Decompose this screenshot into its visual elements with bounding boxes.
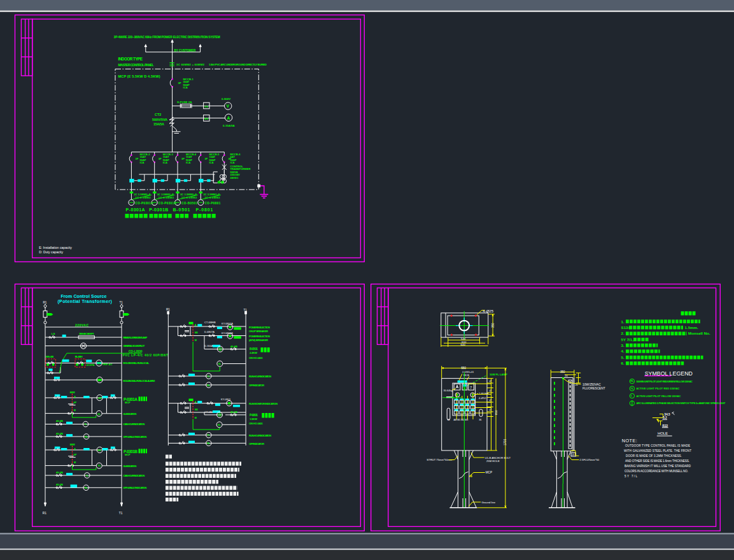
- svg-text:T1: T1: [120, 301, 124, 304]
- svg-text:SE: SE: [195, 409, 199, 411]
- svg-text:5.: 5.: [621, 355, 625, 360]
- svg-text:MCP: MCP: [486, 471, 492, 474]
- svg-text:M: M: [74, 461, 76, 464]
- svg-text:R22: R22: [663, 424, 668, 428]
- svg-text:0-500V: 0-500V: [222, 97, 230, 101]
- svg-text:1.: 1.: [621, 319, 625, 324]
- svg-text:ICA: ICA: [186, 161, 190, 164]
- svg-text:T1: T1: [244, 309, 248, 312]
- svg-text:3P-4WIRE 220~380VAC 60Hz FROM: 3P-4WIRE 220~380VAC 60Hz FROM POWER ELEC…: [114, 36, 220, 39]
- svg-text:A: A: [74, 396, 76, 398]
- svg-text:Monsell No.: Monsell No.: [688, 331, 710, 335]
- svg-text:MS-6B: MS-6B: [46, 355, 53, 358]
- svg-text:OUTDOOR TYPE CONTROL PANEL: OUTDOOR TYPE CONTROL PANEL IS MADE: [625, 444, 690, 447]
- svg-text:LS: LS: [52, 332, 55, 335]
- svg-text:350: 350: [560, 370, 565, 374]
- svg-text:10W FL LAMP: 10W FL LAMP: [490, 373, 507, 376]
- svg-text:V: V: [227, 104, 230, 108]
- svg-text:25: 25: [572, 454, 574, 456]
- svg-text:2.2KW: 2.2KW: [250, 351, 258, 354]
- svg-text:RUN-HOUR INDICATION: RUN-HOUR INDICATION: [249, 434, 271, 437]
- svg-text:B-0501: B-0501: [173, 207, 190, 212]
- svg-text:75: 75: [490, 380, 492, 382]
- svg-text:5Y 7/1,: 5Y 7/1,: [621, 337, 634, 342]
- svg-text:24VDC: 24VDC: [230, 176, 239, 179]
- svg-text:D: Duty capacity: D: Duty capacity: [39, 250, 63, 254]
- svg-text:1.9kV PVC ARC UNDERGROUND DIRE: 1.9kV PVC ARC UNDERGROUND DIRECTLY BURIE…: [209, 63, 267, 66]
- svg-text:A: A: [195, 324, 197, 326]
- svg-text:ICA: ICA: [140, 161, 145, 164]
- svg-text:COLORS IN ACCORDANCE WITH MUNS: COLORS IN ACCORDANCE WITH MUNSELL NO.: [625, 470, 688, 473]
- svg-text:RUN MONITOR INDICATION: RUN MONITOR INDICATION: [249, 402, 278, 405]
- svg-text:From Control Source: From Control Source: [60, 294, 106, 298]
- svg-text:CT-6MHB: CT-6MHB: [204, 321, 216, 324]
- svg-text:CO-P0801: CO-P0801: [204, 202, 220, 205]
- svg-text:CO-P0301A: CO-P0301A: [136, 202, 154, 205]
- svg-text:YL: YL: [207, 375, 210, 378]
- svg-text:ON 2P BREAKER: ON 2P BREAKER: [249, 330, 269, 333]
- svg-text:MCP: MCP: [125, 453, 131, 456]
- svg-text:D-6807A: D-6807A: [204, 330, 215, 333]
- svg-text:A: A: [227, 116, 230, 120]
- svg-text:0-15A/5A: 0-15A/5A: [223, 124, 236, 127]
- svg-text:P-0801: P-0801: [196, 207, 213, 212]
- svg-text:YL: YL: [631, 388, 633, 390]
- svg-text:CAB-HOUR INDICATION: CAB-HOUR INDICATION: [123, 423, 145, 426]
- svg-text:R1: R1: [43, 512, 46, 515]
- svg-text:RL: RL: [85, 487, 88, 489]
- svg-text:M: M: [195, 417, 197, 419]
- svg-text:ICA: ICA: [209, 161, 213, 164]
- svg-text:49-6B: 49-6B: [56, 432, 63, 435]
- svg-text:6P: 6P: [74, 402, 77, 404]
- svg-text:25M HOLE: 25M HOLE: [486, 459, 500, 463]
- svg-text:49-6B: 49-6B: [56, 419, 63, 423]
- svg-text:E: Installation capacity: E: Installation capacity: [39, 246, 72, 249]
- svg-text:OFF INDICATOR: OFF INDICATOR: [249, 442, 265, 445]
- svg-text:49-6B: 49-6B: [230, 345, 237, 348]
- svg-text:20: 20: [565, 374, 568, 377]
- svg-text:R1: R1: [43, 301, 47, 304]
- svg-text:5Y 7/L: 5Y 7/L: [625, 475, 637, 478]
- svg-text:49-6B: 49-6B: [56, 483, 63, 486]
- svg-text:3C 60MM2 + 60MM2: 3C 60MM2 + 60MM2: [176, 63, 205, 66]
- svg-text:4.: 4.: [621, 349, 625, 353]
- svg-text:RL: RL: [207, 384, 211, 387]
- svg-text:STRUT 75mm*50mm: STRUT 75mm*50mm: [427, 458, 452, 461]
- svg-text:OFF & FAULT INDICATION: OFF & FAULT INDICATION: [123, 435, 146, 438]
- svg-text:AS: AS: [204, 117, 208, 120]
- svg-text:ACTIVE LIGHT PILOT YELLOW 220: ACTIVE LIGHT PILOT YELLOW 220VAC: [636, 395, 681, 398]
- svg-text:36: 36: [479, 419, 481, 421]
- svg-text:GENERAL SOUND PILOT: GENERAL SOUND PILOT: [123, 344, 145, 347]
- svg-text:ICA: ICA: [163, 161, 167, 164]
- svg-text:RUN-HOUR INDICATION: RUN-HOUR INDICATION: [249, 375, 271, 378]
- svg-text:MOLDING MILL RUN LOCAL ALARM: MOLDING MILL RUN LOCAL ALARM: [123, 379, 155, 382]
- svg-text:ICA: ICA: [183, 86, 188, 89]
- svg-text:MCP: MCP: [125, 401, 131, 404]
- svg-text:R1: R1: [166, 308, 170, 311]
- svg-text:6.: 6.: [621, 361, 625, 365]
- svg-text:AB M1 M2 M3: AB M1 M2 M3: [454, 419, 469, 421]
- svg-text:GL: GL: [97, 413, 101, 416]
- svg-text:3C 3.5MM2+E: 3C 3.5MM2+E: [134, 193, 151, 196]
- svg-text:ON HO.0401: ON HO.0401: [249, 356, 264, 360]
- svg-text:BL-6BH: BL-6BH: [75, 355, 83, 358]
- svg-text:WITH GALVANIZED STEEL PLATE.: WITH GALVANIZED STEEL PLATE. THE FRONT: [624, 449, 691, 452]
- svg-text:T1: T1: [119, 512, 123, 515]
- svg-text:3.: 3.: [621, 343, 625, 347]
- svg-text:GL INDICATION: GL INDICATION: [123, 465, 136, 468]
- svg-text:640: 640: [461, 343, 466, 346]
- svg-text:3P: 3P: [178, 81, 181, 85]
- svg-text:POWER IN ELECTION: POWER IN ELECTION: [249, 326, 270, 329]
- svg-text:ACTIVE LIGHT PILOT RED 220VAC: ACTIVE LIGHT PILOT RED 220VAC: [636, 387, 679, 390]
- svg-text:GL INDICATION: GL INDICATION: [123, 412, 136, 416]
- svg-text:75: 75: [490, 399, 492, 402]
- svg-text:PANEL FLUORESCENT LAMP: PANEL FLUORESCENT LAMP: [123, 336, 147, 339]
- svg-text:VS: VS: [204, 105, 208, 108]
- svg-text:CO-B0501: CO-B0501: [181, 202, 197, 205]
- svg-text:10W/250VAC: 10W/250VAC: [582, 383, 601, 386]
- svg-text:49-6B: 49-6B: [230, 410, 237, 414]
- svg-text:YL: YL: [207, 434, 210, 437]
- svg-text:MCP (E 5.5KW D 4.5KW): MCP (E 5.5KW D 4.5KW): [118, 74, 160, 78]
- svg-text:BAKING VARNISH IT WILL USE TH: BAKING VARNISH IT WILL USE THE STANDARD: [625, 465, 691, 468]
- svg-text:75: 75: [490, 389, 492, 392]
